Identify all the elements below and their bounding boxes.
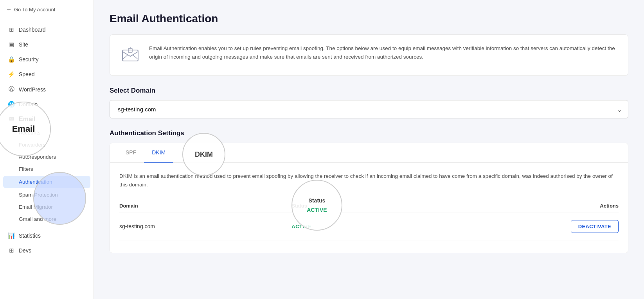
- sidebar-item-email-migrator[interactable]: Email Migrator: [0, 201, 94, 213]
- col-domain: Domain: [119, 199, 291, 213]
- sidebar-item-accounts[interactable]: Accounts: [0, 127, 94, 139]
- sidebar-item-security[interactable]: 🔒 Security: [0, 52, 94, 67]
- svg-rect-0: [122, 50, 138, 61]
- info-description: Email Authentication enables you to set …: [149, 44, 619, 61]
- domain-select[interactable]: sg-testing.com: [110, 100, 628, 118]
- sidebar-item-authentication[interactable]: Authentication: [3, 176, 90, 188]
- sidebar-item-label: WordPress: [19, 86, 46, 93]
- sidebar-item-label: Security: [19, 56, 39, 63]
- col-status: Status: [291, 199, 387, 213]
- auth-settings-label: Authentication Settings: [110, 129, 628, 137]
- email-sub-items: Accounts Forwarders Autoresponders Filte…: [0, 127, 94, 227]
- domain-select-wrapper: sg-testing.com ⌄: [110, 100, 628, 118]
- auth-settings-card: SPF DKIM DKIM is an email authentication…: [110, 143, 628, 253]
- filters-label: Filters: [19, 166, 33, 172]
- accounts-label: Accounts: [19, 130, 41, 136]
- email-section: ✉ Email Accounts Forwarders Autoresponde…: [0, 112, 94, 228]
- col-actions: Actions: [387, 199, 619, 213]
- status-cell: ACTIVE: [291, 213, 387, 240]
- main-content: Email Authentication Email Authenticatio…: [94, 0, 644, 299]
- actions-cell: DEACTIVATE: [387, 213, 619, 240]
- site-icon: ▣: [8, 41, 15, 48]
- sidebar-item-forwarders[interactable]: Forwarders: [0, 139, 94, 151]
- email-icon: ✉: [8, 116, 15, 123]
- svg-line-1: [122, 55, 128, 59]
- table-row: sg-testing.com ACTIVE DEACTIVATE: [119, 213, 619, 240]
- gmail-label: Gmail and more: [19, 216, 56, 222]
- dkim-description: DKIM is an email authentication method u…: [119, 172, 619, 190]
- sidebar-item-speed[interactable]: ⚡ Speed: [0, 67, 94, 82]
- email-migrator-label: Email Migrator: [19, 204, 53, 210]
- spam-protection-label: Spam Protection: [19, 192, 58, 198]
- domain-icon: 🌐: [8, 101, 15, 108]
- sidebar-item-autoresponders[interactable]: Autoresponders: [0, 151, 94, 163]
- go-to-account-label: Go To My Account: [14, 7, 55, 13]
- sidebar-item-domain[interactable]: 🌐 Domain: [0, 97, 94, 112]
- sidebar-item-devs[interactable]: ⊞ Devs: [0, 243, 94, 258]
- tab-content: DKIM is an email authentication method u…: [110, 163, 628, 253]
- authentication-label: Authentication: [19, 179, 52, 185]
- select-domain-label: Select Domain: [110, 87, 628, 95]
- go-to-account-link[interactable]: ← Go To My Account: [6, 5, 87, 14]
- sidebar-item-site[interactable]: ▣ Site: [0, 37, 94, 52]
- statistics-icon: 📊: [8, 232, 15, 239]
- sidebar: ← Go To My Account ⊞ Dashboard ▣ Site 🔒 …: [0, 0, 94, 299]
- svg-line-2: [133, 55, 138, 59]
- sidebar-item-dashboard[interactable]: ⊞ Dashboard: [0, 22, 94, 37]
- tab-spf[interactable]: SPF: [118, 143, 144, 163]
- sidebar-item-filters[interactable]: Filters: [0, 163, 94, 175]
- sidebar-item-spam-protection[interactable]: Spam Protection: [0, 189, 94, 201]
- info-card: Email Authentication enables you to set …: [110, 34, 628, 76]
- devs-icon: ⊞: [8, 247, 15, 254]
- deactivate-button[interactable]: DEACTIVATE: [571, 220, 619, 233]
- sidebar-item-statistics[interactable]: 📊 Statistics: [0, 228, 94, 243]
- dashboard-icon: ⊞: [8, 26, 15, 33]
- tab-dkim[interactable]: DKIM: [144, 143, 173, 163]
- page-title: Email Authentication: [110, 13, 628, 25]
- sidebar-item-wordpress[interactable]: Ⓦ WordPress: [0, 82, 94, 97]
- sidebar-item-label: Site: [19, 41, 28, 48]
- auth-table: Domain Status Actions sg-testing.com: [119, 199, 619, 240]
- tab-dkim-label: DKIM: [152, 149, 165, 156]
- sidebar-navigation: ⊞ Dashboard ▣ Site 🔒 Security ⚡ Speed Ⓦ …: [0, 19, 94, 261]
- domain-cell: sg-testing.com: [119, 213, 291, 240]
- status-badge: ACTIVE: [291, 224, 311, 229]
- sidebar-item-label: Speed: [19, 71, 34, 77]
- devs-label: Devs: [19, 247, 31, 254]
- sidebar-item-label: Dashboard: [19, 27, 46, 33]
- sidebar-item-label: Domain: [19, 101, 38, 107]
- sidebar-top: ← Go To My Account: [0, 0, 94, 19]
- statistics-label: Statistics: [19, 233, 41, 239]
- wordpress-icon: Ⓦ: [8, 86, 15, 93]
- forwarders-label: Forwarders: [19, 142, 45, 148]
- autoresponders-label: Autoresponders: [19, 154, 56, 160]
- email-auth-icon: [119, 44, 141, 66]
- speed-icon: ⚡: [8, 71, 15, 78]
- arrow-left-icon: ←: [6, 6, 12, 13]
- tab-spf-label: SPF: [126, 149, 136, 156]
- email-nav-header[interactable]: ✉ Email: [0, 112, 94, 127]
- security-icon: 🔒: [8, 56, 15, 63]
- tabs-bar: SPF DKIM: [110, 143, 628, 163]
- email-section-label: Email: [19, 116, 36, 123]
- sidebar-item-gmail[interactable]: Gmail and more: [0, 213, 94, 225]
